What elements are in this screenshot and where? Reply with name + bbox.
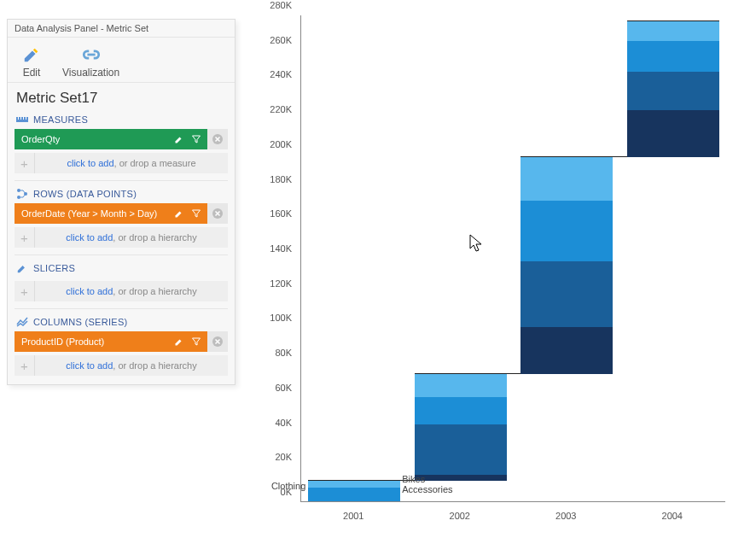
y-tick: 260K: [256, 35, 292, 45]
y-tick: 240K: [256, 69, 292, 79]
remove-rows-button[interactable]: [207, 203, 228, 224]
measures-header: MEASURES: [8, 110, 235, 129]
slicers-header: SLICERS: [8, 259, 235, 278]
add-columns-button[interactable]: +: [15, 355, 35, 376]
bar-2001[interactable]: [308, 481, 400, 501]
pencil-icon[interactable]: [173, 208, 185, 219]
measure-pill-orderqty[interactable]: OrderQty: [15, 129, 228, 149]
add-rows-row: + click to add, or drop a hierarchy: [15, 227, 228, 248]
svg-point-8: [17, 196, 20, 199]
y-tick: 160K: [256, 208, 292, 219]
svg-rect-5: [26, 117, 26, 120]
pencil-icon[interactable]: [173, 336, 185, 348]
divider: [15, 254, 228, 255]
y-tick: 200K: [256, 139, 292, 149]
panel-toolbar: Edit Visualization: [8, 38, 235, 83]
rows-pill-orderdate[interactable]: OrderDate (Year > Month > Day): [15, 203, 228, 224]
plot-area: ClothingBikesAccessories: [300, 15, 725, 502]
rows-label: ROWS (DATA POINTS): [33, 189, 137, 199]
pencil-icon[interactable]: [173, 133, 185, 145]
y-tick: 140K: [256, 243, 292, 254]
remove-measure-button[interactable]: [207, 129, 228, 149]
bar-segment: [627, 72, 719, 110]
series-icon: [16, 316, 28, 328]
measures-label: MEASURES: [33, 114, 88, 125]
panel-title: Data Analysis Panel - Metric Set: [8, 20, 235, 38]
bar-segment: [627, 110, 719, 157]
measure-pill-label: OrderQty: [15, 134, 168, 144]
bar-2002[interactable]: [415, 374, 507, 480]
y-tick: 80K: [256, 348, 292, 358]
x-tick: 2003: [555, 511, 576, 521]
bar-segment: [308, 488, 400, 501]
y-tick: 40K: [256, 418, 292, 428]
y-tick: 20K: [256, 452, 292, 462]
visualization-button[interactable]: Visualization: [62, 44, 119, 79]
funnel-icon[interactable]: [190, 208, 202, 219]
remove-columns-button[interactable]: [207, 331, 228, 352]
add-columns-text: click to add, or drop a hierarchy: [35, 360, 228, 371]
edit-icon: [21, 44, 42, 65]
x-tick: 2002: [450, 511, 470, 521]
add-rows-text: click to add, or drop a hierarchy: [35, 232, 228, 243]
step-line: [627, 20, 719, 21]
series-annotation: Accessories: [402, 484, 452, 494]
bar-segment: [415, 475, 507, 480]
add-columns-link[interactable]: click to add: [66, 360, 113, 371]
add-slicer-button[interactable]: +: [15, 281, 35, 301]
add-slicer-row: + click to add, or drop a hierarchy: [15, 281, 228, 301]
series-annotation: Bikes: [402, 474, 425, 484]
y-axis: 0K20K40K60K80K100K120K140K160K180K200K22…: [256, 9, 297, 521]
columns-pill-label: ProductID (Product): [15, 336, 168, 347]
svg-rect-3: [20, 117, 21, 120]
svg-rect-4: [23, 117, 24, 120]
bar-segment: [627, 41, 719, 73]
add-measure-link[interactable]: click to add: [67, 158, 113, 168]
columns-label: COLUMNS (SERIES): [33, 317, 128, 327]
y-tick: 100K: [256, 313, 292, 323]
slicers-label: SLICERS: [33, 263, 75, 273]
divider: [15, 180, 228, 181]
add-rows-link[interactable]: click to add: [66, 232, 113, 243]
bar-segment: [415, 424, 507, 475]
columns-header: COLUMNS (SERIES): [8, 313, 235, 331]
add-rows-button[interactable]: +: [15, 227, 35, 248]
add-measure-text: click to add, or drop a measure: [35, 158, 228, 168]
bar-segment: [520, 157, 613, 201]
add-measure-button[interactable]: +: [15, 153, 35, 173]
visualization-label: Visualization: [62, 67, 119, 79]
y-tick: 60K: [256, 383, 292, 393]
rows-pill-label: OrderDate (Year > Month > Day): [15, 208, 168, 219]
bar-2003[interactable]: [520, 157, 613, 374]
data-analysis-panel: Data Analysis Panel - Metric Set Edit Vi…: [7, 19, 236, 385]
bars-layer: [301, 15, 725, 501]
divider: [15, 308, 228, 309]
hierarchy-icon: [16, 188, 28, 200]
edit-label: Edit: [23, 67, 41, 79]
bar-segment: [308, 481, 400, 488]
edit-button[interactable]: Edit: [21, 44, 42, 79]
svg-point-7: [17, 189, 20, 192]
bar-segment: [520, 201, 613, 261]
add-slicer-text: click to add, or drop a hierarchy: [35, 286, 228, 296]
slicer-icon: [16, 262, 28, 274]
columns-pill-productid[interactable]: ProductID (Product): [15, 331, 228, 352]
bar-2004[interactable]: [627, 21, 719, 157]
ruler-icon: [16, 114, 28, 126]
y-tick: 120K: [256, 278, 292, 289]
bar-segment: [520, 261, 613, 327]
funnel-icon[interactable]: [190, 133, 202, 145]
add-columns-row: + click to add, or drop a hierarchy: [15, 355, 228, 376]
svg-rect-0: [87, 54, 95, 56]
add-slicer-link[interactable]: click to add: [66, 286, 113, 296]
x-axis: 2001200220032004: [300, 507, 725, 523]
funnel-icon[interactable]: [190, 336, 202, 348]
metric-set-title: Metric Set17: [8, 83, 235, 110]
y-tick: 220K: [256, 104, 292, 114]
x-tick: 2004: [662, 511, 683, 521]
y-tick: 180K: [256, 174, 292, 184]
bar-segment: [415, 397, 507, 425]
bar-segment: [627, 21, 719, 40]
add-measure-row: + click to add, or drop a measure: [15, 153, 228, 173]
svg-rect-2: [18, 117, 19, 120]
